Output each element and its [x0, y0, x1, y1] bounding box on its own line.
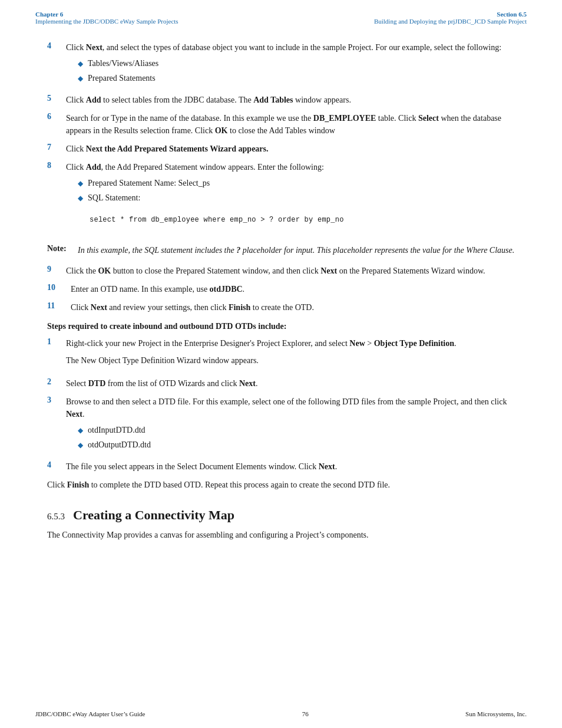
- list-item: ◆ Tables/Views/Aliases: [78, 57, 515, 70]
- list-item: 4 The file you select appears in the Sel…: [47, 460, 515, 473]
- sub-paragraph: The New Object Type Definition Wizard wi…: [66, 354, 515, 367]
- list-item: 8 Click Add, the Add Prepared Statement …: [47, 161, 515, 236]
- item-number: 11: [47, 301, 71, 311]
- section-number: 6.5.3: [47, 512, 65, 521]
- item-text: Click Add, the Add Prepared Statement wi…: [66, 161, 515, 236]
- bullet-list: ◆ Tables/Views/Aliases ◆ Prepared Statem…: [78, 57, 515, 84]
- bullet-text: otdInputDTD.dtd: [88, 424, 146, 436]
- item-text: Click Next, and select the types of data…: [66, 41, 515, 88]
- steps-heading: Steps required to create inbound and out…: [47, 322, 515, 331]
- bullet-text: otdOutputDTD.dtd: [88, 439, 151, 451]
- list-item: 9 Click the OK button to close the Prepa…: [47, 265, 515, 277]
- code-block: select * from db_employee where emp_no >…: [90, 210, 515, 230]
- item-number: 8: [47, 161, 66, 170]
- page-footer: JDBC/ODBC eWay Adapter User’s Guide 76 S…: [0, 710, 562, 717]
- item-number: 5: [47, 94, 66, 103]
- list-item: 7 Click Next the Add Prepared Statements…: [47, 143, 515, 155]
- bullet-icon: ◆: [78, 425, 83, 436]
- bullet-icon: ◆: [78, 440, 83, 450]
- list-item: 5 Click Add to select tables from the JD…: [47, 94, 515, 106]
- bullet-text: SQL Statement:: [88, 192, 140, 204]
- item-number: 4: [47, 460, 66, 470]
- item-text: Search for or Type in the name of the da…: [66, 112, 515, 137]
- item-number: 3: [47, 396, 66, 405]
- footer-right: Sun Microsystems, Inc.: [465, 710, 527, 717]
- section-paragraph: The Connectivity Map provides a canvas f…: [47, 529, 515, 541]
- item-number: 6: [47, 112, 66, 121]
- item-text: Select DTD from the list of OTD Wizards …: [66, 377, 515, 390]
- item-number: 7: [47, 143, 66, 152]
- bullet-icon: ◆: [78, 178, 83, 189]
- footer-center: 76: [302, 710, 309, 717]
- list-item: ◆ Prepared Statements: [78, 72, 515, 84]
- item-text: Right-click your new Project in the Ente…: [66, 337, 515, 371]
- bullet-list: ◆ otdInputDTD.dtd ◆ otdOutputDTD.dtd: [78, 424, 515, 451]
- main-content: 4 Click Next, and select the types of da…: [0, 29, 562, 569]
- list-item: 3 Browse to and then select a DTD file. …: [47, 396, 515, 454]
- header-left: Chapter 6 Implementing the JDBC/ODBC eWa…: [35, 11, 178, 25]
- finish-paragraph: Click Finish to complete the DTD based O…: [47, 479, 515, 491]
- chapter-label: Chapter 6: [35, 11, 178, 18]
- list-item: ◆ Prepared Statement Name: Select_ps: [78, 177, 515, 189]
- item-text: Click Next the Add Prepared Statements W…: [66, 143, 515, 155]
- section-subtitle: Building and Deploying the prjJDBC_JCD S…: [374, 18, 527, 25]
- section-title: Creating a Connectivity Map: [73, 508, 234, 522]
- list-item: 6 Search for or Type in the name of the …: [47, 112, 515, 137]
- chapter-subtitle: Implementing the JDBC/ODBC eWay Sample P…: [35, 18, 178, 25]
- list-item: 1 Right-click your new Project in the En…: [47, 337, 515, 371]
- list-item: 11 Click Next and review your settings, …: [47, 301, 515, 314]
- bullet-icon: ◆: [78, 58, 83, 69]
- item-number: 2: [47, 377, 66, 387]
- item-number: 10: [47, 283, 71, 292]
- list-item: 4 Click Next, and select the types of da…: [47, 41, 515, 88]
- section-label: Section 6.5: [374, 11, 527, 18]
- page: Chapter 6 Implementing the JDBC/ODBC eWa…: [0, 0, 562, 728]
- list-item: 2 Select DTD from the list of OTD Wizard…: [47, 377, 515, 390]
- list-item: ◆ otdOutputDTD.dtd: [78, 439, 515, 451]
- bullet-icon: ◆: [78, 193, 83, 203]
- list-item: 10 Enter an OTD name. In this example, u…: [47, 283, 515, 295]
- bullet-text: Prepared Statement Name: Select_ps: [88, 177, 210, 189]
- item-number: 9: [47, 265, 66, 274]
- section-heading: 6.5.3 Creating a Connectivity Map: [47, 508, 515, 523]
- note-text: In this example, the SQL statement inclu…: [78, 244, 514, 256]
- item-text: Enter an OTD name. In this example, use …: [71, 283, 515, 295]
- note-label: Note:: [47, 244, 78, 253]
- item-number: 4: [47, 41, 66, 51]
- list-item: ◆ otdInputDTD.dtd: [78, 424, 515, 436]
- header-right: Section 6.5 Building and Deploying the p…: [374, 11, 527, 25]
- item-text: The file you select appears in the Selec…: [66, 460, 515, 473]
- item-text: Click the OK button to close the Prepare…: [66, 265, 515, 277]
- note-block: Note: In this example, the SQL statement…: [47, 244, 515, 256]
- bullet-list: ◆ Prepared Statement Name: Select_ps ◆ S…: [78, 177, 515, 204]
- bullet-icon: ◆: [78, 73, 83, 84]
- item-number: 1: [47, 337, 66, 347]
- page-header: Chapter 6 Implementing the JDBC/ODBC eWa…: [0, 0, 562, 29]
- item-text: Browse to and then select a DTD file. Fo…: [66, 396, 515, 454]
- bullet-text: Tables/Views/Aliases: [88, 57, 158, 70]
- footer-left: JDBC/ODBC eWay Adapter User’s Guide: [35, 710, 146, 717]
- item-text: Click Add to select tables from the JDBC…: [66, 94, 515, 106]
- item-text: Click Next and review your settings, the…: [71, 301, 515, 314]
- bullet-text: Prepared Statements: [88, 72, 156, 84]
- list-item: ◆ SQL Statement:: [78, 192, 515, 204]
